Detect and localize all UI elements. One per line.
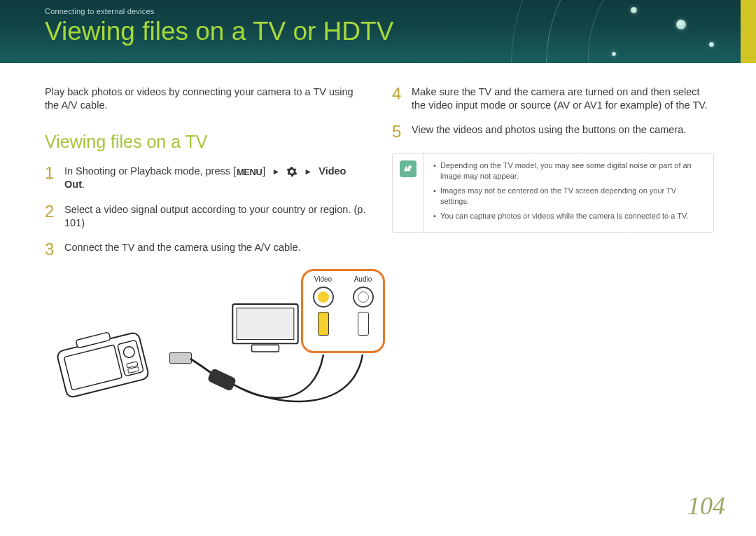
step-body: Make sure the TV and the camera are turn… [412, 85, 714, 112]
arrow-icon: ► [300, 167, 316, 177]
gear-icon [286, 166, 298, 177]
left-column: Play back photos or videos by connecting… [45, 85, 367, 423]
breadcrumb: Connecting to external devices [45, 7, 756, 15]
note-icon [400, 160, 416, 177]
section-subhead: Viewing files on a TV [45, 130, 367, 153]
decorative-dot [612, 52, 616, 56]
right-column: 4 Make sure the TV and the camera are tu… [392, 85, 714, 423]
note-icon-cell [393, 153, 424, 232]
connection-diagram: Video Audio [45, 269, 367, 423]
note-item: Images may not be centered on the TV scr… [433, 186, 704, 207]
step-3: 3 Connect the TV and the camera using th… [45, 241, 367, 258]
note-item: You can capture photos or videos while t… [433, 211, 704, 221]
step-body: Select a video signal output according t… [64, 203, 367, 230]
note-body: Depending on the TV model, you may see s… [424, 153, 713, 232]
note-item: Depending on the TV model, you may see s… [433, 160, 704, 181]
page-header: Connecting to external devices Viewing f… [0, 0, 756, 63]
decorative-dot [709, 42, 714, 47]
note-box: Depending on the TV model, you may see s… [392, 153, 714, 233]
section-tab [741, 0, 756, 63]
step-text: . [82, 179, 85, 190]
step-4: 4 Make sure the TV and the camera are tu… [392, 85, 714, 112]
step-2: 2 Select a video signal output according… [45, 203, 367, 230]
step-number: 4 [392, 85, 402, 112]
step-1: 1 In Shooting or Playback mode, press [M… [45, 165, 367, 191]
step-body: Connect the TV and the camera using the … [64, 241, 367, 258]
step-number: 1 [45, 165, 55, 191]
arrow-icon: ► [268, 167, 284, 177]
step-5: 5 View the videos and photos using the b… [392, 123, 714, 140]
page-number: 104 [687, 491, 725, 521]
page-title: Viewing files on a TV or HDTV [45, 17, 756, 46]
page-content: Play back photos or videos by connecting… [0, 63, 756, 423]
step-number: 2 [45, 203, 55, 230]
step-number: 5 [392, 123, 402, 140]
intro-text: Play back photos or videos by connecting… [45, 85, 367, 112]
decorative-dot [631, 7, 637, 13]
step-number: 3 [45, 241, 55, 258]
av-cable [45, 269, 395, 423]
step-body: View the videos and photos using the but… [412, 123, 714, 140]
decorative-dot [676, 20, 686, 29]
step-body: In Shooting or Playback mode, press [MEN… [64, 165, 367, 191]
step-text: In Shooting or Playback mode, press [ [64, 165, 236, 177]
menu-button-icon: MENU [236, 166, 262, 178]
